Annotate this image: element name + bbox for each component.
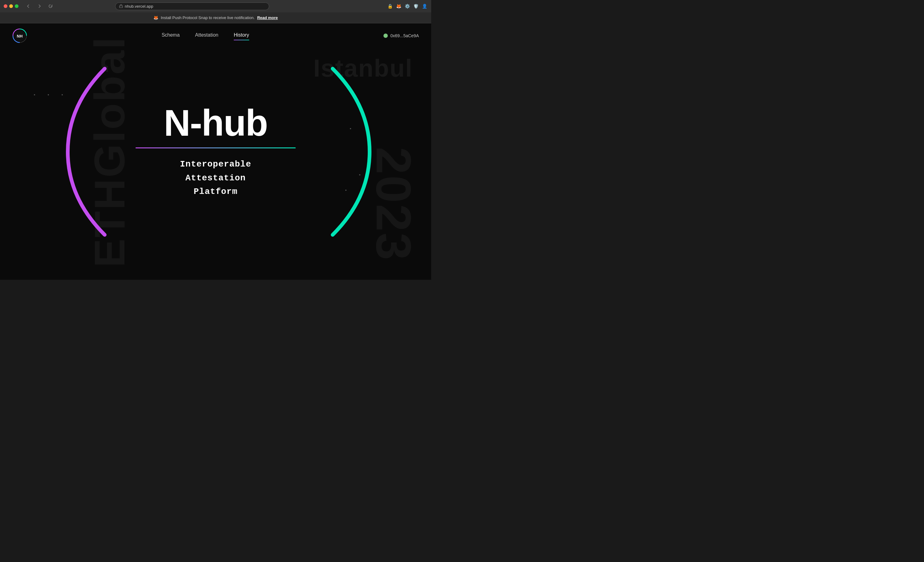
extension-settings[interactable]: ⚙️ — [404, 3, 410, 9]
notification-emoji: 🦊 — [153, 15, 158, 20]
traffic-lights — [4, 4, 18, 8]
wallet-address: 0x69...5aCe9A — [390, 33, 419, 38]
address-bar[interactable]: nhub.vercel.app — [115, 3, 269, 10]
logo[interactable]: NH — [12, 28, 27, 43]
hero-title: N-hub — [135, 104, 296, 141]
forward-button[interactable] — [35, 2, 44, 10]
nav-schema[interactable]: Schema — [162, 32, 180, 39]
app-container: NH Schema Attestation History 0x69...5aC… — [0, 23, 431, 280]
nav-attestation[interactable]: Attestation — [195, 32, 218, 39]
wallet-status-dot — [384, 34, 388, 38]
minimize-button[interactable] — [9, 4, 13, 8]
browser-chrome: nhub.vercel.app 🔒 🦊 ⚙️ 🛡️ 👤 — [0, 0, 431, 12]
browser-extensions: 🔒 🦊 ⚙️ 🛡️ 👤 — [387, 3, 428, 9]
notification-read-more[interactable]: Read more — [257, 15, 278, 20]
lock-icon — [119, 4, 123, 8]
notification-message: Install Push Protocol Snap to receive li… — [161, 15, 255, 20]
hero-underline — [135, 147, 296, 148]
svg-text:NH: NH — [17, 34, 23, 39]
browser-navigation — [24, 2, 55, 10]
refresh-button[interactable] — [46, 2, 55, 10]
wallet-badge[interactable]: 0x69...5aCe9A — [384, 33, 419, 38]
hero-section: N-hub Interoperable Attestation Platform — [0, 23, 431, 280]
hero-content: N-hub Interoperable Attestation Platform — [135, 104, 296, 199]
extension-1password[interactable]: 🔒 — [387, 3, 393, 9]
maximize-button[interactable] — [15, 4, 18, 8]
hero-subtitle-line2: Attestation — [135, 172, 296, 185]
app-nav: NH Schema Attestation History 0x69...5aC… — [0, 23, 431, 48]
nav-history[interactable]: History — [234, 32, 249, 39]
extension-profile[interactable]: 👤 — [422, 3, 428, 9]
notification-banner: 🦊 Install Push Protocol Snap to receive … — [0, 12, 431, 23]
browser-titlebar: nhub.vercel.app 🔒 🦊 ⚙️ 🛡️ 👤 — [0, 0, 431, 12]
hero-subtitle-line3: Platform — [135, 185, 296, 199]
logo-svg: NH — [12, 28, 27, 43]
hero-subtitle-line1: Interoperable — [135, 158, 296, 172]
nav-links: Schema Attestation History — [162, 32, 249, 39]
hero-subtitle: Interoperable Attestation Platform — [135, 158, 296, 199]
url-text: nhub.vercel.app — [125, 4, 153, 9]
extension-metamask[interactable]: 🦊 — [396, 3, 402, 9]
back-button[interactable] — [24, 2, 33, 10]
extension-ublock[interactable]: 🛡️ — [413, 3, 419, 9]
close-button[interactable] — [4, 4, 8, 8]
